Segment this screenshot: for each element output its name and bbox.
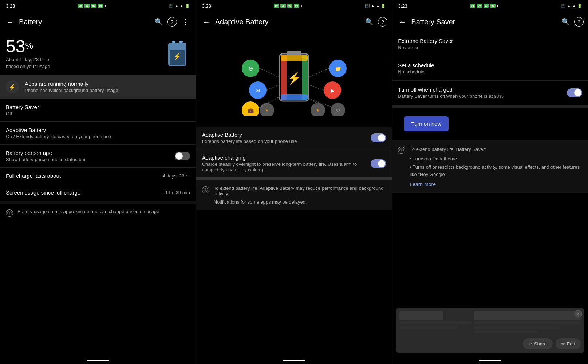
- help-button-3[interactable]: ?: [574, 17, 584, 27]
- full-charge-label: Full charge lasts about: [6, 173, 157, 179]
- turn-off-charged-item[interactable]: Turn off when charged Battery Saver turn…: [392, 81, 588, 108]
- adaptive-charging-label: Adaptive charging: [202, 155, 365, 161]
- battery-percent-display: 53%: [6, 38, 52, 55]
- w-icon-1: W: [78, 4, 83, 8]
- battery-status-icon-1: 🔋: [185, 4, 190, 8]
- adaptive-charging-toggle[interactable]: [371, 159, 386, 168]
- battery-percentage-toggle[interactable]: [175, 152, 190, 160]
- adaptive-battery-sub: On / Extends battery life based on your …: [6, 134, 190, 139]
- info-icon-3: ⓘ: [398, 147, 405, 154]
- turn-off-label: Turn off when charged: [398, 87, 563, 93]
- battery-screen: 3:23 W W W W • 📳 ▲ ▲ 🔋 ← Battery 🔍 ? ⋮: [0, 0, 196, 364]
- info-icon-1: ⓘ: [6, 209, 13, 217]
- battery-saver-screen: 3:23 W W W W • 📳 ▲ ▲ 🔋 ← Battery Saver 🔍…: [392, 0, 588, 364]
- w-icon-6: W: [280, 4, 286, 8]
- adaptive-battery-toggle-item[interactable]: Adaptive Battery Extends battery life ba…: [196, 127, 392, 149]
- svg-text:🏃: 🏃: [315, 108, 320, 113]
- turn-off-texts: Turn off when charged Battery Saver turn…: [398, 87, 567, 99]
- share-button[interactable]: ↗ Share: [523, 338, 553, 349]
- adaptive-charging-content: Adaptive charging Charge steadily overni…: [202, 155, 365, 172]
- svg-line-18: [259, 68, 280, 77]
- turn-on-now-button[interactable]: Turn on now: [404, 116, 449, 131]
- help-button-1[interactable]: ?: [167, 17, 177, 27]
- w-icon-12: W: [490, 4, 496, 8]
- adaptive-battery-content: Adaptive Battery On / Extends battery li…: [6, 127, 190, 139]
- battery-percent-value: 53%: [6, 37, 33, 56]
- extreme-saver-item[interactable]: Extreme Battery Saver Never use: [392, 32, 588, 56]
- adaptive-charging-item[interactable]: Adaptive charging Charge steadily overni…: [196, 149, 392, 180]
- battery-status-icon-3: 🔋: [577, 4, 582, 8]
- svg-text:♡: ♡: [336, 108, 340, 113]
- w-icon-11: W: [484, 4, 489, 8]
- schedule-item[interactable]: Set a schedule No schedule: [392, 56, 588, 81]
- mini-bar-6: [474, 330, 538, 333]
- svg-rect-1: [179, 41, 183, 43]
- screen2-title: Adaptive Battery: [215, 18, 361, 26]
- signal-icon-3: ▲: [572, 4, 576, 8]
- turn-off-toggle[interactable]: [567, 88, 582, 97]
- info-icon-2: ⓘ: [202, 186, 209, 193]
- svg-text:📁: 📁: [335, 66, 341, 72]
- adaptive-battery-section: Adaptive Battery Extends battery life ba…: [196, 127, 392, 180]
- apps-running-item[interactable]: ⚡ Apps are running normally Phone has ty…: [0, 75, 196, 99]
- battery-time: About 1 day, 23 hr left: [6, 57, 52, 62]
- back-button-2[interactable]: ←: [201, 18, 212, 26]
- svg-text:▶: ▶: [330, 88, 334, 93]
- svg-rect-0: [172, 41, 175, 43]
- battery-main: 53% About 1 day, 23 hr left based on you…: [0, 32, 196, 75]
- status-time-1: 3:23: [6, 3, 15, 9]
- adaptive-battery-item[interactable]: Adaptive Battery On / Extends battery li…: [0, 122, 196, 145]
- adaptive-info-texts: To extend battery life, Adaptive Battery…: [214, 185, 386, 205]
- screen-indicator-2: [283, 360, 305, 361]
- svg-line-29: [309, 68, 329, 77]
- more-button-1[interactable]: ⋮: [180, 18, 192, 26]
- apps-running-title: Apps are running normally: [25, 81, 190, 87]
- turn-off-sub: Battery Saver turns off when your phone …: [398, 93, 563, 99]
- mini-bar-2: [399, 321, 472, 324]
- battery-icon-large: ⚡: [165, 39, 190, 68]
- svg-text:💼: 💼: [247, 108, 254, 114]
- toolbar-2: ← Adaptive Battery 🔍 ?: [196, 12, 392, 32]
- share-icon: ↗: [529, 341, 533, 347]
- svg-rect-6: [287, 51, 301, 55]
- adaptive-info-text2: Notifications for some apps may be delay…: [214, 199, 386, 205]
- svg-rect-8: [302, 55, 308, 100]
- svg-rect-7: [281, 55, 287, 100]
- mini-bar-4: [474, 321, 581, 324]
- learn-more-link[interactable]: Learn more: [410, 181, 582, 187]
- battery-saver-item[interactable]: Battery Saver Off: [0, 99, 196, 122]
- battery-percentage-label: Battery percentage: [6, 150, 169, 156]
- search-button-1[interactable]: 🔍: [153, 18, 165, 26]
- back-button-3[interactable]: ←: [396, 18, 408, 26]
- screens-container: 3:23 W W W W • 📳 ▲ ▲ 🔋 ← Battery 🔍 ? ⋮: [0, 0, 588, 364]
- adaptive-info-text1: To extend battery life, Adaptive Battery…: [214, 185, 386, 196]
- w-icon-9: W: [470, 4, 475, 8]
- back-button-1[interactable]: ←: [4, 18, 16, 26]
- screen1-title: Battery: [19, 18, 150, 26]
- mini-left-panel: [399, 311, 472, 333]
- screen-indicator-3: [479, 360, 501, 361]
- adaptive-charging-sub: Charge steadily overnight to preserve lo…: [202, 161, 365, 172]
- status-bar-2: 3:23 W W W W • 📳 ▲ ▲ 🔋: [196, 0, 392, 12]
- adaptive-battery-label: Adaptive Battery: [6, 127, 190, 133]
- turn-on-section: Turn on now: [392, 108, 588, 140]
- svg-line-19: [267, 85, 280, 90]
- extreme-saver-sub: Never use: [398, 45, 582, 50]
- vibrate-icon-3: 📳: [561, 4, 566, 8]
- help-button-2[interactable]: ?: [378, 17, 387, 27]
- status-right-2: 📳 ▲ ▲ 🔋: [365, 4, 386, 8]
- status-icons-3: W W W W •: [470, 4, 498, 8]
- screen-usage-value: 1 hr, 39 min: [165, 190, 190, 195]
- edit-button[interactable]: ✏ Edit: [556, 338, 581, 349]
- screen-usage-item[interactable]: Screen usage since full charge 1 hr, 39 …: [0, 184, 196, 204]
- battery-saver-content: Battery Saver Off: [6, 104, 190, 116]
- search-button-2[interactable]: 🔍: [363, 18, 375, 26]
- full-charge-item[interactable]: Full charge lasts about 4 days, 23 hr: [0, 168, 196, 184]
- battery-percentage-item[interactable]: Battery percentage Show battery percenta…: [0, 145, 196, 168]
- mini-bar-5: [474, 326, 559, 329]
- adaptive-battery-toggle[interactable]: [371, 133, 386, 142]
- search-button-3[interactable]: 🔍: [560, 18, 571, 26]
- w-icon-8: W: [294, 4, 299, 8]
- battery-percentage-content: Battery percentage Show battery percenta…: [6, 150, 169, 162]
- mini-screenshot-overlay: ✕ ↗ Share: [396, 308, 584, 353]
